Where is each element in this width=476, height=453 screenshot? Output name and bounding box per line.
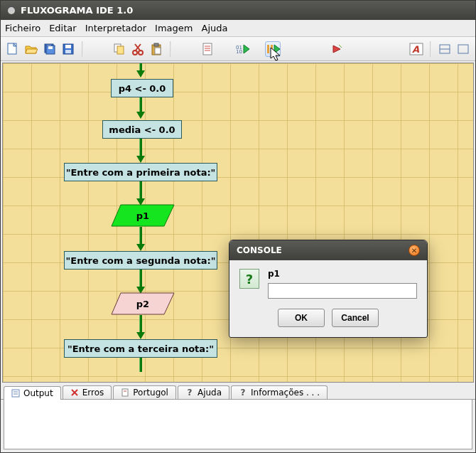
paste-button[interactable] [148, 41, 164, 57]
node-label: p4 <- 0.0 [119, 83, 166, 94]
portugol-icon [121, 388, 129, 397]
svg-rect-28 [271, 45, 273, 53]
node-label: media <- 0.0 [109, 124, 175, 135]
error-icon [70, 388, 79, 397]
tab-informacoes[interactable]: ? Informações . . . [231, 385, 328, 399]
app-icon [8, 7, 15, 14]
run-button[interactable]: 0110 [235, 41, 251, 57]
tab-label: Informações . . . [251, 388, 320, 398]
copy-button[interactable] [112, 41, 127, 57]
toolbar-separator [430, 41, 431, 57]
svg-rect-18 [154, 43, 158, 46]
node-label: "Entre com a primeira nota:" [66, 167, 216, 178]
tab-portugol[interactable]: Portugol [113, 385, 176, 399]
menu-editar[interactable]: Editar [49, 23, 77, 33]
svg-text:10: 10 [236, 49, 242, 55]
svg-point-16 [139, 50, 143, 55]
node-label: "Entre com a segunda nota:" [66, 255, 216, 266]
menu-interpretador[interactable]: Interpretador [85, 23, 146, 33]
new-file-button[interactable] [5, 41, 21, 57]
svg-rect-19 [155, 48, 161, 54]
svg-line-31 [339, 45, 342, 48]
doc-button[interactable] [200, 41, 215, 57]
toolbar: 0110 A [1, 37, 475, 61]
info-icon: ? [239, 388, 247, 397]
close-icon: ✕ [411, 247, 417, 255]
tab-ajuda[interactable]: ? Ajuda [178, 385, 229, 399]
toolbar-separator [170, 41, 171, 57]
svg-marker-26 [244, 45, 249, 53]
document-icon [202, 43, 213, 55]
cut-icon [132, 43, 144, 55]
new-file-icon [7, 43, 18, 55]
menu-ficheiro[interactable]: Ficheiro [5, 23, 40, 33]
save-icon [63, 43, 74, 55]
node-label: "Entre com a terceira nota:" [67, 343, 214, 354]
svg-rect-44 [122, 389, 128, 396]
tab-label: Ajuda [198, 388, 222, 398]
svg-marker-29 [274, 45, 280, 53]
process-node-media[interactable]: media <- 0.0 [102, 120, 182, 139]
tab-label: Output [23, 388, 53, 398]
dialog-title-bar[interactable]: CONSOLE ✕ [229, 240, 427, 260]
dialog-input[interactable] [268, 283, 417, 299]
menu-bar: Ficheiro Editar Interpretador Imagem Aju… [1, 20, 475, 37]
stop-icon [331, 43, 342, 55]
save-all-icon [43, 43, 56, 55]
tab-label: Portugol [133, 388, 168, 398]
minimize-icon [439, 44, 450, 54]
flowchart-canvas[interactable]: p4 <- 0.0 media <- 0.0 "Entre com a prim… [2, 63, 474, 383]
node-label: p2 [111, 292, 175, 315]
svg-rect-27 [267, 45, 269, 53]
maximize-panel-button[interactable] [455, 41, 471, 57]
font-button[interactable]: A [409, 41, 424, 57]
svg-text:A: A [412, 44, 419, 55]
title-bar[interactable]: FLUXOGRAMA IDE 1.0 [1, 1, 475, 20]
svg-rect-9 [65, 45, 71, 48]
output-icon [11, 389, 20, 398]
app-window: FLUXOGRAMA IDE 1.0 Ficheiro Editar Inter… [0, 0, 476, 453]
tab-erros[interactable]: Erros [63, 385, 112, 399]
output-node-prompt1[interactable]: "Entre com a primeira nota:" [64, 163, 217, 181]
maximize-icon [458, 44, 469, 54]
paste-icon [151, 43, 162, 55]
stop-button[interactable] [329, 41, 345, 57]
run-icon: 0110 [236, 43, 250, 55]
menu-imagem[interactable]: Imagem [155, 23, 193, 33]
dialog-body: ? p1 OK Cancel [229, 260, 427, 337]
menu-ajuda[interactable]: Ajuda [201, 23, 227, 33]
svg-marker-30 [333, 46, 340, 53]
pause-button[interactable] [265, 41, 281, 57]
bottom-tabs: Output Erros Portugol ? Ajuda ? Informaç… [1, 384, 475, 400]
tab-label: Erros [82, 388, 104, 398]
toolbar-separator [82, 41, 83, 57]
dialog-prompt-label: p1 [268, 269, 417, 279]
process-node-p4[interactable]: p4 <- 0.0 [111, 79, 173, 97]
svg-rect-7 [48, 46, 53, 49]
output-node-prompt2[interactable]: "Entre com a segunda nota:" [64, 251, 217, 270]
cut-button[interactable] [130, 41, 146, 57]
svg-point-15 [133, 50, 137, 55]
svg-marker-3 [26, 49, 38, 53]
copy-icon [113, 43, 126, 55]
console-dialog: CONSOLE ✕ ? p1 OK Cancel [229, 240, 428, 338]
save-button[interactable] [60, 41, 76, 57]
output-node-prompt3[interactable]: "Entre com a terceira nota:" [64, 339, 217, 358]
open-folder-icon [25, 43, 38, 55]
minimize-panel-button[interactable] [437, 41, 453, 57]
output-pane[interactable] [4, 400, 472, 449]
svg-rect-12 [117, 46, 124, 54]
node-label: p1 [111, 204, 175, 227]
svg-rect-36 [458, 45, 468, 53]
saveall-button[interactable] [42, 41, 58, 57]
tab-output[interactable]: Output [4, 386, 61, 400]
svg-rect-39 [12, 390, 19, 397]
dialog-close-button[interactable]: ✕ [409, 245, 420, 256]
font-icon: A [409, 43, 423, 55]
cancel-button[interactable]: Cancel [332, 309, 379, 327]
question-icon: ? [239, 269, 259, 289]
open-button[interactable] [23, 41, 39, 57]
window-title: FLUXOGRAMA IDE 1.0 [21, 5, 133, 16]
ok-button[interactable]: OK [278, 309, 325, 327]
pause-icon [266, 43, 280, 55]
